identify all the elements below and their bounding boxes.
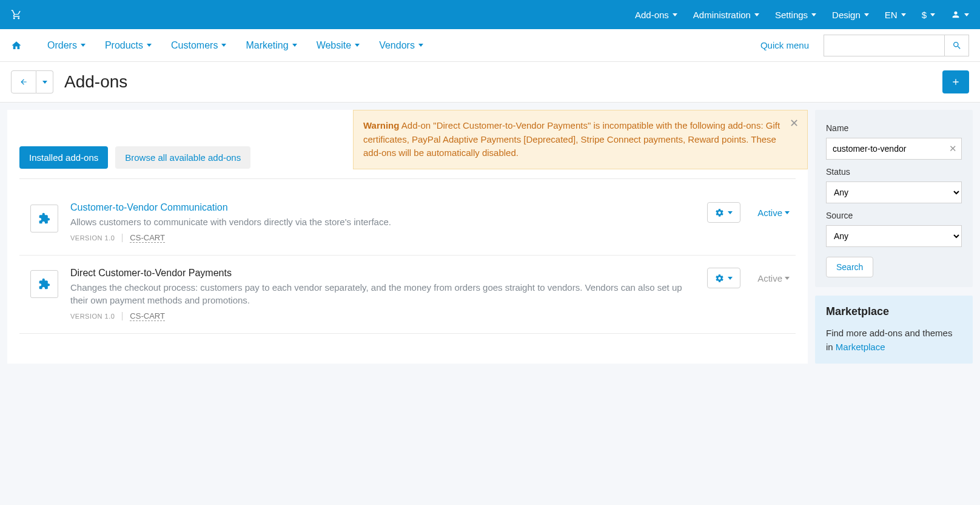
nav-website[interactable]: Website xyxy=(317,40,360,51)
nav-vendors[interactable]: Vendors xyxy=(379,40,423,51)
nav-products[interactable]: Products xyxy=(105,40,152,51)
sidebar: Name ✕ Status Any Source Any Search Mark… xyxy=(815,110,973,364)
topbar-addons[interactable]: Add-ons xyxy=(635,10,677,20)
addon-settings-button[interactable] xyxy=(707,268,740,288)
addon-title: Direct Customer-to-Vendor Payments xyxy=(70,268,695,279)
nav-orders[interactable]: Orders xyxy=(47,40,86,51)
topbar-settings[interactable]: Settings xyxy=(775,10,816,20)
warning-label: Warning xyxy=(363,120,399,130)
marketplace-panel: Marketplace Find more add-ons and themes… xyxy=(815,296,973,364)
addon-status[interactable]: Active xyxy=(757,208,790,218)
nav-marketing[interactable]: Marketing xyxy=(246,40,297,51)
nav-customers[interactable]: Customers xyxy=(171,40,226,51)
puzzle-icon xyxy=(30,205,58,232)
addon-description: Allows customers to communicate with ven… xyxy=(70,215,695,228)
page-header: Add-ons xyxy=(0,62,980,103)
addon-row: Direct Customer-to-Vendor Payments Chang… xyxy=(19,256,796,334)
topbar-right: Add-ons Administration Settings Design E… xyxy=(635,10,969,20)
warning-close[interactable]: ✕ xyxy=(790,117,799,130)
filter-source-select[interactable]: Any xyxy=(826,225,962,247)
addon-settings-button[interactable] xyxy=(707,202,740,223)
addon-status[interactable]: Active xyxy=(757,273,790,283)
marketplace-title: Marketplace xyxy=(826,305,962,318)
content: Warning Add-on "Direct Customer-to-Vendo… xyxy=(7,110,808,364)
topbar: Add-ons Administration Settings Design E… xyxy=(0,0,980,29)
addon-version: VERSION 1.0 xyxy=(70,313,115,320)
addon-version: VERSION 1.0 xyxy=(70,234,115,242)
back-dropdown[interactable] xyxy=(36,70,53,93)
tab-browse[interactable]: Browse all available add-ons xyxy=(115,146,250,169)
filter-name-clear[interactable]: ✕ xyxy=(949,143,957,154)
cart-icon[interactable] xyxy=(11,9,22,20)
add-button[interactable] xyxy=(942,70,969,93)
navbar: Orders Products Customers Marketing Webs… xyxy=(0,29,980,62)
filter-search-button[interactable]: Search xyxy=(826,257,873,277)
warning-alert: Warning Add-on "Direct Customer-to-Vendo… xyxy=(353,110,808,169)
topbar-currency[interactable]: $ xyxy=(922,10,935,20)
tab-installed[interactable]: Installed add-ons xyxy=(19,146,108,169)
addon-description: Changes the checkout process: customers … xyxy=(70,281,695,307)
page-title: Add-ons xyxy=(64,72,127,92)
quick-menu[interactable]: Quick menu xyxy=(760,40,809,50)
addon-list: Customer-to-Vendor Communication Allows … xyxy=(19,190,796,334)
warning-text: Add-on "Direct Customer-to-Vendor Paymen… xyxy=(363,120,780,158)
filter-name-label: Name xyxy=(826,123,962,133)
filter-panel: Name ✕ Status Any Source Any Search xyxy=(815,110,973,287)
topbar-design[interactable]: Design xyxy=(832,10,869,20)
home-icon[interactable] xyxy=(11,40,34,51)
global-search-input[interactable] xyxy=(824,35,945,56)
puzzle-icon xyxy=(30,270,58,298)
topbar-language[interactable]: EN xyxy=(885,10,906,20)
addon-title[interactable]: Customer-to-Vendor Communication xyxy=(70,202,695,213)
global-search-button[interactable] xyxy=(945,35,969,56)
addon-row: Customer-to-Vendor Communication Allows … xyxy=(19,190,796,256)
filter-source-label: Source xyxy=(826,211,962,220)
back-button[interactable] xyxy=(11,70,36,93)
topbar-administration[interactable]: Administration xyxy=(693,10,759,20)
filter-name-input[interactable] xyxy=(826,138,962,160)
filter-status-label: Status xyxy=(826,167,962,177)
filter-status-select[interactable]: Any xyxy=(826,181,962,203)
addon-author[interactable]: CS-CART xyxy=(130,233,165,243)
marketplace-link[interactable]: Marketplace xyxy=(836,342,885,352)
marketplace-text: Find more add-ons and themes in Marketpl… xyxy=(826,327,962,354)
addon-author[interactable]: CS-CART xyxy=(130,311,165,321)
topbar-user[interactable] xyxy=(951,10,969,19)
